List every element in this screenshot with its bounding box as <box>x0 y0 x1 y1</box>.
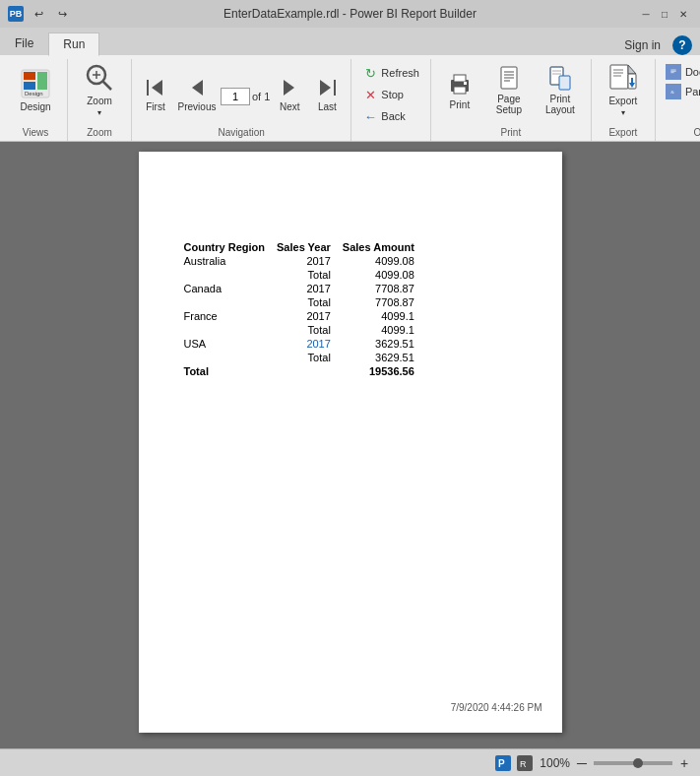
title-bar-left: PB ↩ ↪ <box>8 5 71 23</box>
svg-rect-37 <box>670 69 677 76</box>
table-row: USA20173629.51 <box>178 337 420 351</box>
svg-rect-28 <box>559 76 570 90</box>
back-button[interactable]: ← Back <box>357 106 424 126</box>
report-page: Country Region Sales Year Sales Amount A… <box>139 152 562 733</box>
actions-group-content: ↻ Refresh ✕ Stop ← Back <box>357 59 424 127</box>
zoom-slider-thumb <box>633 758 643 768</box>
zoom-group-label: Zoom <box>74 127 125 141</box>
table-row: Australia20174099.08 <box>178 254 420 268</box>
document-map-icon <box>666 64 681 80</box>
export-button[interactable]: Export ▾ <box>598 61 649 118</box>
parameters-icon: & <box>666 84 681 99</box>
zoom-group-content: Zoom ▾ <box>74 59 125 127</box>
page-setup-button[interactable]: Page Setup <box>486 61 532 118</box>
svg-text:P: P <box>498 758 505 769</box>
print-layout-button[interactable]: Print Layout <box>536 61 585 118</box>
cell-year: 2017 <box>271 337 337 351</box>
svg-text:R: R <box>520 759 527 769</box>
cell-country <box>178 351 272 364</box>
print-layout-icon <box>546 64 574 92</box>
export-group-label: Export <box>598 127 649 141</box>
report-table: Country Region Sales Year Sales Amount A… <box>178 240 542 378</box>
print-group: Print Page Setup <box>431 59 592 141</box>
app-icon: PB <box>8 6 24 22</box>
views-group-label: Views <box>10 127 61 141</box>
navigation-group-content: First Previous of 1 <box>138 59 345 127</box>
cell-country <box>178 295 272 309</box>
cell-amount: 3629.51 <box>337 351 420 364</box>
cell-year: Total <box>271 351 337 364</box>
svg-text:Design: Design <box>25 91 43 97</box>
zoom-group: Zoom ▾ Zoom <box>68 59 132 141</box>
report-footer: 7/9/2020 4:44:26 PM <box>451 702 542 713</box>
zoom-out-button[interactable]: ─ <box>574 755 590 771</box>
zoom-controls: 100% ─ + <box>540 755 692 771</box>
cell-amount: 4099.08 <box>337 268 420 282</box>
minimize-button[interactable]: ─ <box>637 5 655 23</box>
main-content: Country Region Sales Year Sales Amount A… <box>0 142 700 748</box>
svg-rect-29 <box>610 65 628 89</box>
previous-icon <box>185 76 209 99</box>
options-group-label: Options <box>662 127 700 141</box>
undo-button[interactable]: ↩ <box>30 5 47 23</box>
page-number-input[interactable] <box>221 88 250 105</box>
close-button[interactable]: ✕ <box>674 5 692 23</box>
svg-text:&: & <box>670 90 674 95</box>
ribbon-tabs: File Run Sign in ? <box>0 28 700 55</box>
views-group: Design Design Views <box>4 59 68 141</box>
svg-marker-12 <box>284 80 294 96</box>
ribbon-content: Design Design Views <box>0 55 700 142</box>
help-button[interactable]: ? <box>672 35 692 55</box>
views-group-content: Design Design <box>10 59 61 127</box>
back-icon: ← <box>362 108 378 124</box>
options-col: Document M... & Parameters <box>662 61 700 100</box>
document-map-button[interactable]: Document M... <box>662 63 700 81</box>
grand-total-empty <box>271 364 337 378</box>
print-button[interactable]: Print <box>437 61 482 118</box>
actions-col: ↻ Refresh ✕ Stop ← Back <box>357 61 424 126</box>
cell-year: 2017 <box>271 309 337 323</box>
cell-year: Total <box>271 323 337 337</box>
options-group-content: Document M... & Parameters <box>662 59 700 127</box>
status-icon-2: R <box>516 754 534 772</box>
tab-run[interactable]: Run <box>48 32 99 56</box>
zoom-slider[interactable] <box>594 761 672 765</box>
actions-group-label <box>357 127 424 141</box>
redo-button[interactable]: ↪ <box>53 5 71 23</box>
next-button[interactable]: Next <box>272 66 307 123</box>
last-button[interactable]: Last <box>309 66 345 123</box>
cell-amount: 7708.87 <box>337 295 420 309</box>
window-title: EnterDataExample.rdl - Power BI Report B… <box>223 7 477 21</box>
grand-total-amount: 19536.56 <box>337 364 420 378</box>
previous-button[interactable]: Previous <box>175 66 219 123</box>
svg-marker-11 <box>192 80 203 96</box>
cell-amount: 7708.87 <box>337 282 420 295</box>
cell-country: Canada <box>178 282 272 295</box>
svg-rect-17 <box>454 87 466 94</box>
grand-total-label: Total <box>178 364 272 378</box>
signin-button[interactable]: Sign in <box>620 36 665 54</box>
stop-button[interactable]: ✕ Stop <box>357 85 424 104</box>
cell-year: Total <box>271 268 337 282</box>
first-icon <box>144 76 167 99</box>
cell-year: Total <box>271 295 337 309</box>
svg-line-6 <box>102 81 111 90</box>
parameters-button[interactable]: & Parameters <box>662 83 700 100</box>
design-button[interactable]: Design Design <box>10 61 61 118</box>
refresh-button[interactable]: ↻ Refresh <box>357 63 424 83</box>
maximize-button[interactable]: □ <box>656 5 673 23</box>
cell-year: 2017 <box>271 254 337 268</box>
svg-rect-9 <box>147 80 149 96</box>
cell-country: USA <box>178 337 272 351</box>
status-icon-1: P <box>494 754 512 772</box>
table-row: Total7708.87 <box>178 295 420 309</box>
first-button[interactable]: First <box>138 66 173 123</box>
stop-icon: ✕ <box>362 87 378 102</box>
refresh-icon: ↻ <box>362 65 378 81</box>
last-icon <box>315 76 339 99</box>
zoom-button[interactable]: Zoom ▾ <box>74 61 125 118</box>
svg-marker-30 <box>628 65 636 74</box>
zoom-in-button[interactable]: + <box>676 755 692 771</box>
tab-file[interactable]: File <box>0 32 48 55</box>
print-icon <box>446 70 474 97</box>
